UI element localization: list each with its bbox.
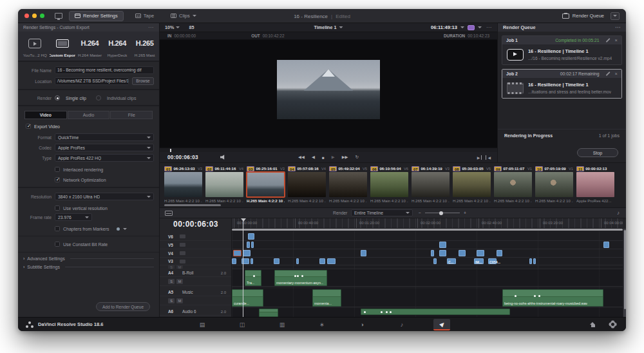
edit-job-icon[interactable]	[606, 38, 611, 43]
settings-gear-icon[interactable]	[610, 321, 616, 327]
export-video-checkbox[interactable]: ✓	[26, 124, 31, 129]
page-deliver-button[interactable]: ▶	[433, 319, 450, 330]
video-clip[interactable]	[251, 258, 253, 264]
tab-clips[interactable]: Clips	[166, 11, 202, 21]
tab-tape[interactable]: Tape	[130, 11, 159, 21]
lane-v6[interactable]	[232, 233, 623, 241]
track-enable-icon[interactable]	[180, 251, 185, 255]
keyframe-dot[interactable]	[534, 295, 536, 297]
loop-button[interactable]: ↻	[355, 155, 359, 160]
page-fairlight-button[interactable]: ♪	[393, 319, 410, 330]
track-enable-icon[interactable]	[180, 260, 185, 263]
zoom-out-icon[interactable]: −	[419, 211, 421, 215]
video-clip[interactable]	[233, 250, 242, 256]
network-optimization-checkbox[interactable]: ✓	[55, 177, 60, 182]
timeline-lanes[interactable]: C...IM...C054...Tra...momentary-momentum…	[232, 231, 623, 317]
video-preview[interactable]	[160, 40, 497, 148]
audio-clip[interactable]	[259, 309, 278, 317]
audio-clip[interactable]: momenta...	[312, 289, 341, 307]
last-frame-button[interactable]: ▶▶	[342, 155, 348, 160]
keyframe-dot[interactable]	[390, 311, 392, 313]
timeline-playhead[interactable]	[243, 218, 243, 317]
tab-file[interactable]: File	[110, 111, 153, 119]
video-clip[interactable]	[439, 250, 446, 256]
video-clip[interactable]: C054...	[488, 258, 497, 264]
clip-thumbnail-10[interactable]: 1007:05:19:09V1H.265 Main 4:2:2 10 ...	[535, 166, 573, 203]
video-clip[interactable]	[459, 250, 466, 256]
play-to-out-button[interactable]: ▶	[477, 155, 482, 160]
video-clip[interactable]	[361, 250, 366, 256]
video-clip[interactable]	[603, 242, 609, 248]
lane-v4[interactable]	[232, 249, 623, 258]
job-card-2[interactable]: Job 200:02:17 Remaining×16 - Resilience …	[502, 69, 622, 99]
track-header-v6[interactable]: V6	[160, 233, 231, 241]
keyframe-dot[interactable]	[381, 311, 383, 313]
render-range-select[interactable]: Entire Timeline	[351, 209, 413, 216]
audio-clip[interactable]: Tra...	[245, 270, 261, 286]
video-clip[interactable]	[251, 242, 254, 248]
video-clip[interactable]	[529, 258, 532, 264]
type-select[interactable]: Apple ProRes 422 HQ	[55, 154, 154, 162]
marker-color-dot[interactable]	[117, 227, 120, 231]
tab-render-settings[interactable]: Render Settings	[69, 11, 124, 21]
video-clip[interactable]	[533, 258, 536, 264]
location-input[interactable]: /Volumes/MZ 2TB SSD/Project Files/16 - B…	[55, 77, 129, 85]
codec-select[interactable]: Apple ProRes	[55, 144, 154, 151]
page-color-button[interactable]: ◑	[354, 319, 370, 330]
video-clip[interactable]	[243, 250, 251, 256]
minimize-window-button[interactable]	[32, 14, 37, 18]
edit-job-icon[interactable]	[606, 72, 611, 77]
track-header-a6[interactable]: A6Audio 62.0	[160, 308, 231, 316]
audio-clip[interactable]	[361, 309, 510, 315]
keyframe-dot[interactable]	[386, 311, 388, 313]
video-clip[interactable]	[439, 242, 446, 248]
constant-bit-rate-checkbox[interactable]: ✓	[55, 242, 60, 247]
timeline-selector[interactable]: Timeline 1	[314, 24, 343, 30]
track-header-a4[interactable]: A4B-Roll2.0	[160, 269, 231, 277]
audio-clip[interactable]: curande...	[232, 289, 263, 307]
keyframe-dot[interactable]	[515, 295, 516, 297]
step-back-button[interactable]: ◀	[312, 155, 315, 160]
track-header-a5[interactable]: A5Music2.0	[160, 289, 231, 296]
track-enable-icon[interactable]	[180, 243, 185, 247]
track-header-v3[interactable]: V3	[160, 258, 231, 265]
timeline-vertical-scrollbar[interactable]	[623, 229, 626, 317]
add-to-render-queue-button[interactable]: Add to Render Queue	[96, 302, 150, 311]
mute-button[interactable]: M	[176, 298, 183, 303]
resolution-select[interactable]: 3840 x 2160 Ultra HD	[55, 193, 154, 200]
video-clip[interactable]	[274, 258, 279, 264]
video-clip[interactable]	[248, 233, 254, 240]
play-from-in-button[interactable]: ◀	[486, 155, 491, 160]
video-clip[interactable]	[232, 258, 236, 264]
subtitle-settings-toggle[interactable]: › Subtitle Settings	[18, 261, 159, 269]
audio-clip[interactable]: being-no-oohs-ahhs-instrumental-roary-mu…	[502, 289, 603, 307]
track-header-v4[interactable]: V4	[160, 249, 231, 258]
keyframe-dot[interactable]	[538, 295, 540, 297]
vertical-resolution-checkbox[interactable]: ✓	[55, 205, 60, 211]
timeline-options-icon[interactable]	[165, 211, 173, 216]
preset-h-265-mast[interactable]: H.265H.265 Mast	[131, 36, 158, 57]
track-header-v5[interactable]: V5	[160, 241, 231, 249]
tab-video[interactable]: Video	[24, 111, 67, 119]
format-select[interactable]: QuickTime	[55, 133, 154, 141]
tab-audio[interactable]: Audio	[68, 111, 110, 119]
close-window-button[interactable]	[24, 14, 29, 18]
viewer-menu-icon[interactable]: ⋯	[486, 24, 492, 30]
queue-menu-icon[interactable]: ⋯	[615, 24, 621, 30]
page-cut-button[interactable]: ◫	[234, 319, 251, 330]
timeline-zoom-slider[interactable]: − +	[419, 209, 466, 216]
video-clip[interactable]: IM...	[474, 258, 484, 264]
advanced-settings-toggle[interactable]: › Advanced Settings	[18, 253, 159, 261]
remove-job-icon[interactable]: ×	[615, 38, 618, 43]
stop-button[interactable]: ■	[322, 155, 325, 160]
frame-rate-select[interactable]: 23.976	[55, 213, 92, 221]
video-clip[interactable]	[327, 258, 336, 264]
panel-expand-button[interactable]	[611, 12, 620, 20]
chevron-down-icon[interactable]	[460, 26, 464, 28]
page-fusion-button[interactable]: ∗	[314, 319, 330, 330]
clip-thumbnail-09[interactable]: 0907:05:11:07V1H.265 Main 4:2:2 10 ...	[494, 166, 532, 203]
clip-thumbnail-04[interactable]: 0405:57:08:16V4H.265 Main 4:2:2 10 ...	[288, 166, 326, 203]
video-clip[interactable]	[433, 258, 437, 264]
viewer-zoom-select[interactable]: 10%	[165, 24, 180, 30]
preset-h-264-master[interactable]: H.264H.264 Master	[77, 36, 103, 57]
